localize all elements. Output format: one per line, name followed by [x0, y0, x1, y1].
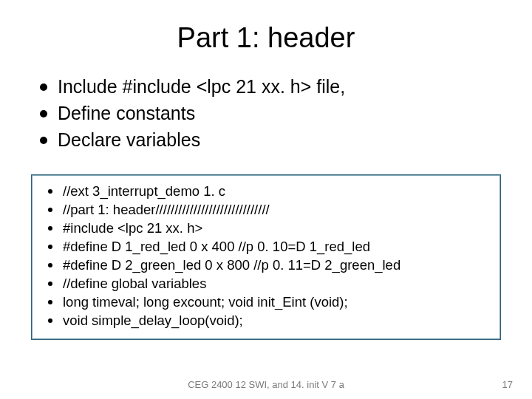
code-line: #include <lpc 21 xx. h>	[42, 219, 490, 238]
code-text: //ext 3_interrupt_demo 1. c	[63, 183, 225, 201]
bullet-icon	[48, 282, 52, 286]
code-line: #define D 1_red_led 0 x 400 //p 0. 10=D …	[42, 238, 490, 256]
bullet-icon	[48, 300, 52, 304]
code-line: void simple_delay_loop(void);	[42, 312, 490, 330]
bullet-icon	[48, 208, 52, 212]
intro-text: Declare variables	[58, 128, 200, 153]
footer-text: CEG 2400 12 SWI, and 14. init V 7 a	[0, 379, 532, 390]
code-text: #define D 1_red_led 0 x 400 //p 0. 10=D …	[63, 238, 370, 256]
bullet-icon	[48, 226, 52, 231]
slide-title: Part 1: header	[35, 22, 497, 54]
intro-text: Define constants	[58, 101, 195, 126]
code-line: //define global variables	[42, 275, 490, 293]
bullet-icon	[40, 110, 47, 117]
intro-item: Declare variables	[35, 128, 497, 153]
intro-text: Include #include <lpc 21 xx. h> file,	[58, 75, 345, 100]
bullet-icon	[48, 263, 52, 267]
code-text: #define D 2_green_led 0 x 800 //p 0. 11=…	[63, 256, 400, 275]
bullet-icon	[48, 189, 52, 194]
bullet-icon	[48, 245, 52, 249]
code-text: long timeval; long excount; void init_Ei…	[63, 293, 348, 312]
code-line: //part 1: header////////////////////////…	[42, 201, 490, 219]
slide: Part 1: header Include #include <lpc 21 …	[0, 0, 532, 399]
intro-list: Include #include <lpc 21 xx. h> file, De…	[35, 75, 497, 152]
code-text: //define global variables	[63, 275, 206, 293]
code-line: //ext 3_interrupt_demo 1. c	[42, 183, 490, 201]
intro-item: Include #include <lpc 21 xx. h> file,	[35, 75, 497, 100]
bullet-icon	[48, 318, 52, 323]
bullet-icon	[40, 83, 47, 91]
code-line: long timeval; long excount; void init_Ei…	[42, 293, 490, 312]
code-text: void simple_delay_loop(void);	[63, 312, 243, 330]
intro-item: Define constants	[35, 101, 497, 126]
page-number: 17	[502, 379, 513, 390]
bullet-icon	[40, 137, 47, 144]
footer-label: CEG 2400 12 SWI, and 14. init V 7 a	[188, 379, 344, 390]
code-line: #define D 2_green_led 0 x 800 //p 0. 11=…	[42, 256, 490, 275]
code-box: //ext 3_interrupt_demo 1. c //part 1: he…	[31, 174, 501, 340]
code-text: //part 1: header////////////////////////…	[63, 201, 270, 219]
code-text: #include <lpc 21 xx. h>	[63, 219, 202, 238]
